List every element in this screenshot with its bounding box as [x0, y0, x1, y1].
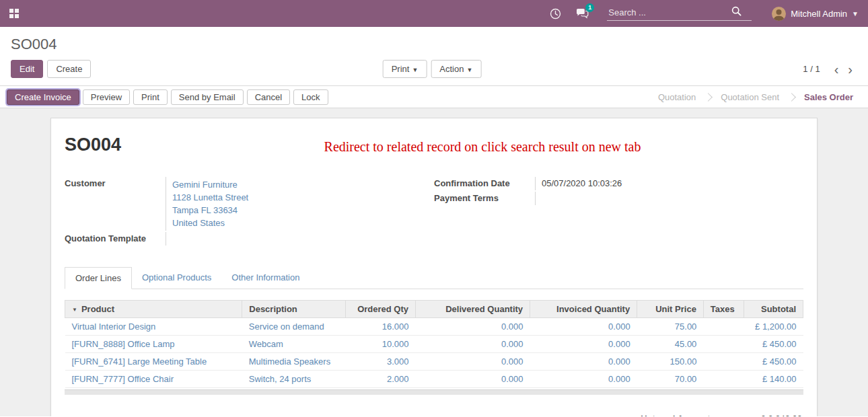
header-product[interactable]: ▼Product — [65, 301, 242, 318]
cell-unit-price: 75.00 — [637, 318, 704, 336]
messages-icon[interactable]: 1 — [576, 8, 589, 19]
customer-label: Customer — [65, 177, 166, 231]
payment-terms-value — [535, 192, 803, 205]
control-panel-center: Print▼ Action▼ — [383, 60, 486, 78]
header-unit-price[interactable]: Unit Price — [637, 301, 704, 318]
apps-menu-icon[interactable] — [9, 9, 19, 18]
print-dropdown-button[interactable]: Print▼ — [383, 60, 427, 78]
cell-unit-price: 150.00 — [637, 353, 704, 371]
expand-caret-icon[interactable]: ▼ — [72, 307, 77, 313]
breadcrumb-row: SO004 — [0, 27, 868, 56]
header-invoiced-quantity[interactable]: Invoiced Quantity — [530, 301, 637, 318]
tab-optional-products[interactable]: Optional Products — [132, 267, 221, 289]
cell-description[interactable]: Service on demand — [242, 318, 346, 336]
payment-terms-label: Payment Terms — [434, 192, 535, 205]
header-subtotal[interactable]: Subtotal — [744, 301, 803, 318]
activities-clock-icon[interactable] — [550, 8, 561, 20]
action-dropdown-button[interactable]: Action▼ — [431, 60, 481, 78]
cell-product[interactable]: [FURN_7777] Office Chair — [65, 371, 242, 388]
status-step-sales-order[interactable]: Sales Order — [792, 86, 865, 108]
send-by-email-button[interactable]: Send by Email — [171, 89, 244, 105]
customer-field-row: Customer Gemini Furniture 1128 Lunetta S… — [65, 177, 434, 231]
print-button[interactable]: Print — [133, 89, 168, 105]
pager: 1 / 1 ‹ › — [803, 64, 857, 74]
cell-ordered-qty: 3.000 — [345, 353, 415, 371]
print-dropdown-label: Print — [392, 64, 410, 74]
header-ordered-qty[interactable]: Ordered Qty — [345, 301, 415, 318]
untaxed-amount-label: Untaxed Amount: — [641, 414, 713, 416]
table-row[interactable]: [FURN_7777] Office Chair Switch, 24 port… — [65, 371, 803, 388]
right-field-group: Confirmation Date 05/07/2020 10:03:26 Pa… — [434, 177, 803, 247]
cell-subtotal: £ 450.00 — [744, 336, 803, 353]
quotation-template-value — [166, 232, 434, 245]
cell-product[interactable]: [FURN_6741] Large Meeting Table — [65, 353, 242, 371]
chevron-down-icon: ▼ — [466, 67, 472, 73]
cell-taxes — [703, 371, 744, 388]
user-menu[interactable]: Mitchell Admin ▼ — [762, 7, 859, 21]
pager-previous-icon[interactable]: ‹ — [830, 65, 844, 74]
header-delivered-quantity[interactable]: Delivered Quantity — [416, 301, 530, 318]
customer-city: Tampa FL 33634 — [172, 204, 434, 217]
search-input[interactable] — [607, 7, 731, 18]
cell-description[interactable]: Webcam — [242, 336, 346, 353]
customer-country: United States — [172, 217, 434, 229]
header-taxes[interactable]: Taxes — [703, 301, 744, 318]
table-row[interactable]: [FURN_6741] Large Meeting Table Multimed… — [65, 353, 803, 371]
search-icon[interactable] — [731, 6, 742, 18]
sheet-header: SO004 Redirect to related record on clic… — [65, 135, 803, 155]
status-step-quotation[interactable]: Quotation — [646, 86, 708, 108]
cell-subtotal: £ 140.00 — [744, 371, 803, 388]
cell-subtotal: £ 450.00 — [744, 353, 803, 371]
cell-description[interactable]: Switch, 24 ports — [242, 371, 346, 388]
pager-counter: 1 / 1 — [803, 64, 820, 74]
customer-name-link[interactable]: Gemini Furniture — [172, 178, 434, 191]
annotation-text: Redirect to related record on click sear… — [121, 135, 803, 155]
action-dropdown-label: Action — [439, 64, 464, 74]
create-invoice-button[interactable]: Create Invoice — [7, 89, 79, 105]
notebook-tabs: Order Lines Optional Products Other Info… — [65, 267, 803, 289]
cell-ordered-qty: 16.000 — [345, 318, 415, 336]
user-menu-caret-icon: ▼ — [852, 10, 859, 17]
navbar-search — [607, 6, 752, 21]
untaxed-amount-value: £ 2,240.00 — [742, 414, 802, 416]
top-navbar: 1 Mitchell Admin ▼ — [0, 0, 868, 27]
cell-taxes — [703, 336, 744, 353]
quotation-template-label: Quotation Template — [65, 232, 166, 245]
status-step-quotation-sent[interactable]: Quotation Sent — [709, 86, 791, 108]
tab-order-lines[interactable]: Order Lines — [65, 267, 132, 289]
form-statusbar: Create Invoice Preview Print Send by Ema… — [0, 85, 868, 108]
cell-ordered-qty: 2.000 — [345, 371, 415, 388]
cell-subtotal: £ 1,200.00 — [744, 318, 803, 336]
cell-description[interactable]: Multimedia Speakers — [242, 353, 346, 371]
cell-taxes — [703, 318, 744, 336]
pager-next-icon[interactable]: › — [843, 65, 857, 74]
edit-button[interactable]: Edit — [11, 60, 43, 78]
lock-button[interactable]: Lock — [293, 89, 328, 105]
customer-value: Gemini Furniture 1128 Lunetta Street Tam… — [166, 177, 434, 231]
form-sheet: SO004 Redirect to related record on clic… — [50, 118, 818, 416]
cell-invoiced-qty: 0.000 — [530, 371, 637, 388]
cancel-button[interactable]: Cancel — [247, 89, 290, 105]
tab-other-information[interactable]: Other Information — [221, 267, 310, 289]
cell-unit-price: 70.00 — [637, 371, 704, 388]
table-row[interactable]: Virtual Interior Design Service on deman… — [65, 318, 803, 336]
chevron-down-icon: ▼ — [412, 67, 418, 73]
cell-product[interactable]: Virtual Interior Design — [65, 318, 242, 336]
customer-street: 1128 Lunetta Street — [172, 191, 434, 204]
cell-invoiced-qty: 0.000 — [530, 353, 637, 371]
avatar — [772, 7, 786, 21]
quotation-template-field-row: Quotation Template — [65, 232, 434, 245]
create-button[interactable]: Create — [47, 60, 91, 78]
table-row[interactable]: [FURN_8888] Office Lamp Webcam 10.000 0.… — [65, 336, 803, 353]
status-pipeline: Quotation Quotation Sent Sales Order — [646, 86, 868, 108]
breadcrumb: SO004 — [11, 36, 57, 52]
cell-product[interactable]: [FURN_8888] Office Lamp — [65, 336, 242, 353]
record-title: SO004 — [65, 135, 121, 155]
cell-delivered-qty: 0.000 — [416, 336, 530, 353]
header-description[interactable]: Description — [242, 301, 346, 318]
table-header-row: ▼Product Description Ordered Qty Deliver… — [65, 301, 803, 318]
confirmation-date-label: Confirmation Date — [434, 177, 535, 190]
preview-button[interactable]: Preview — [83, 89, 130, 105]
totals-section: Untaxed Amount: £ 2,240.00 — [65, 414, 803, 416]
confirmation-date-field-row: Confirmation Date 05/07/2020 10:03:26 — [434, 177, 803, 190]
